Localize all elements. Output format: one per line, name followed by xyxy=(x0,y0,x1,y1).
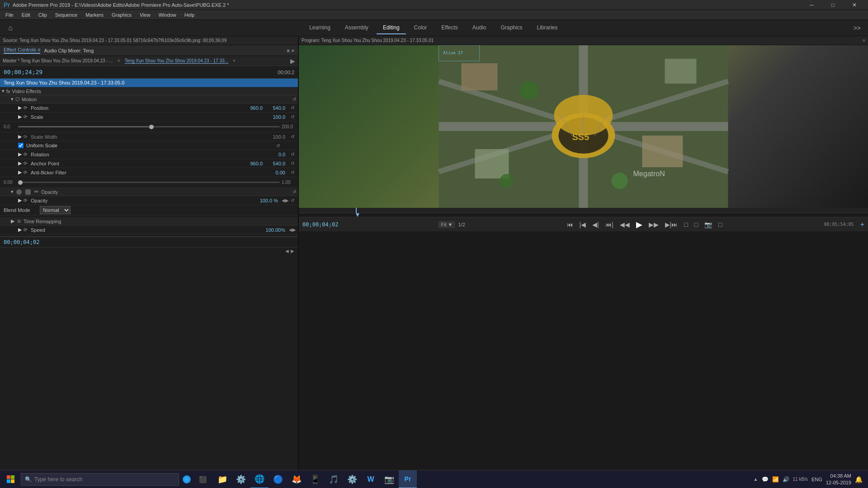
tab-audio[interactable]: Audio xyxy=(466,22,493,34)
program-more[interactable]: ≡ xyxy=(863,38,865,43)
go-to-in-btn[interactable]: ⏮| xyxy=(604,220,615,229)
scale-width-value[interactable]: 100.0 xyxy=(266,134,289,140)
taskbar-firefox[interactable]: 🦊 xyxy=(288,470,306,488)
video-effects-toggle[interactable]: ▾ xyxy=(2,88,5,94)
scale-value[interactable]: 100.0 xyxy=(266,114,289,120)
maximize-button[interactable]: □ xyxy=(823,0,843,10)
opacity-reset[interactable]: ↺ xyxy=(292,189,296,194)
uniform-scale-reset[interactable]: ↺ xyxy=(276,143,280,148)
rotation-toggle[interactable]: ▶ xyxy=(18,151,22,157)
opacity-next[interactable]: ▶ xyxy=(285,198,289,203)
position-toggle[interactable]: ▶ xyxy=(18,105,22,111)
tab-editing[interactable]: Editing xyxy=(377,22,406,34)
opacity-val-toggle[interactable]: ▶ xyxy=(18,197,22,203)
workspace-more[interactable]: >> xyxy=(850,23,864,33)
opacity-val-value[interactable]: 100.0 % xyxy=(259,198,282,203)
motion-reset[interactable]: ↺ xyxy=(292,97,296,102)
rotation-value[interactable]: 0.0 xyxy=(266,152,289,157)
play-btn[interactable]: ▶ xyxy=(634,219,644,230)
notifications-button[interactable]: 🔔 xyxy=(855,476,863,483)
menu-file[interactable]: File xyxy=(2,11,17,19)
anti-flicker-icon[interactable]: ⟳ xyxy=(24,170,27,175)
taskbar-word[interactable]: W xyxy=(362,470,380,488)
opacity-prev[interactable]: ◀ xyxy=(282,198,285,203)
tab-learning[interactable]: Learning xyxy=(303,22,337,34)
taskbar-pr[interactable]: Pr xyxy=(399,470,417,488)
speed-value[interactable]: 100.00% xyxy=(266,227,289,233)
home-button[interactable]: ⌂ xyxy=(4,21,17,35)
taskbar-settings[interactable]: ⚙️ xyxy=(232,470,250,488)
anchor-toggle[interactable]: ▶ xyxy=(18,160,22,166)
position-animate-icon[interactable]: ⟳ xyxy=(24,105,27,110)
opacity-val-reset[interactable]: ↺ xyxy=(289,198,296,203)
source-panel-more[interactable]: ≡ xyxy=(287,48,289,53)
menu-help[interactable]: Help xyxy=(181,11,198,19)
taskbar-phone[interactable]: 📱 xyxy=(306,470,324,488)
scale-width-icon[interactable]: ⟳ xyxy=(24,134,27,139)
trim-btn[interactable]: □ xyxy=(717,220,724,229)
opacity-toggle[interactable]: ▾ xyxy=(11,189,14,195)
clock[interactable]: 04:38 AM 12-05-2019 xyxy=(826,473,851,486)
scale-toggle[interactable]: ▶ xyxy=(18,114,22,120)
blend-mode-select[interactable]: Normal Dissolve Multiply Screen xyxy=(40,206,71,214)
speed-toggle[interactable]: ▶ xyxy=(18,227,22,233)
tab-assembly[interactable]: Assembly xyxy=(339,22,375,34)
tab-color[interactable]: Color xyxy=(408,22,434,34)
rotation-icon[interactable]: ⟳ xyxy=(24,152,27,157)
start-button[interactable] xyxy=(2,470,20,488)
scale-slider[interactable] xyxy=(18,126,280,127)
speed-next[interactable]: ▶ xyxy=(292,227,296,232)
scale-animate-icon[interactable]: ⟳ xyxy=(24,114,27,119)
cortana-button[interactable] xyxy=(180,473,193,486)
speed-prev[interactable]: ◀ xyxy=(289,227,292,232)
tab-effect-controls[interactable]: Effect Controls ≡ xyxy=(4,47,40,54)
time-remap-toggle[interactable]: ▶ xyxy=(11,218,14,224)
tab-audio-clip-mixer[interactable]: Audio Clip Mixer: Teng xyxy=(44,48,94,53)
anchor-x[interactable]: 960.0 xyxy=(244,161,266,166)
scale-width-reset[interactable]: ↺ xyxy=(289,134,296,139)
taskbar-chrome[interactable]: 🔵 xyxy=(269,470,287,488)
ec-scroll-left[interactable]: ◀ xyxy=(285,249,289,253)
mark-in-btn[interactable]: ⏮ xyxy=(565,220,575,229)
search-bar[interactable]: 🔍 Type here to search xyxy=(21,473,179,486)
position-reset[interactable]: ↺ xyxy=(289,105,296,110)
menu-edit[interactable]: Edit xyxy=(18,11,34,19)
menu-graphics[interactable]: Graphics xyxy=(108,11,135,19)
anti-flicker-toggle[interactable]: ▶ xyxy=(18,169,22,175)
anchor-y[interactable]: 540.0 xyxy=(266,161,289,166)
position-x[interactable]: 960.0 xyxy=(244,105,266,111)
taskbar-camera[interactable]: 📷 xyxy=(380,470,398,488)
anti-flicker-reset[interactable]: ↺ xyxy=(289,170,296,175)
rotation-reset[interactable]: ↺ xyxy=(289,152,296,157)
taskbar-music[interactable]: 🎵 xyxy=(325,470,343,488)
taskbar-edge[interactable]: 🌐 xyxy=(250,470,269,488)
task-view-button[interactable]: ⬛ xyxy=(194,470,211,488)
scale-reset[interactable]: ↺ xyxy=(289,114,296,119)
close-button[interactable]: ✕ xyxy=(844,0,864,10)
tab-graphics[interactable]: Graphics xyxy=(494,22,528,34)
rewind-btn[interactable]: ◀◀ xyxy=(618,220,632,229)
anti-flicker-slider[interactable] xyxy=(18,182,280,183)
step-back-btn[interactable]: |◀ xyxy=(578,220,588,229)
menu-window[interactable]: Window xyxy=(155,11,180,19)
minimize-button[interactable]: ─ xyxy=(802,0,822,10)
play-in-to-out-btn[interactable]: ◀| xyxy=(590,220,601,229)
tab-libraries[interactable]: Libraries xyxy=(530,22,564,34)
uniform-scale-checkbox[interactable] xyxy=(18,143,24,148)
program-ruler[interactable] xyxy=(299,208,868,213)
expand-icon[interactable]: ▶ xyxy=(290,57,295,65)
position-y[interactable]: 540.0 xyxy=(266,105,289,111)
add-button[interactable]: + xyxy=(860,221,864,229)
network-icon[interactable]: 📶 xyxy=(772,476,779,483)
tab-effects[interactable]: Effects xyxy=(435,22,464,34)
tray-expand[interactable]: ▲ xyxy=(754,477,758,482)
window-controls[interactable]: ─ □ ✕ xyxy=(802,0,864,10)
anchor-reset[interactable]: ↺ xyxy=(289,161,296,166)
menu-view[interactable]: View xyxy=(136,11,154,19)
source-panel-close[interactable]: × xyxy=(292,48,294,53)
speed-icon[interactable]: ⟳ xyxy=(24,227,27,232)
export-frame-btn[interactable]: 📷 xyxy=(703,220,714,229)
tray-chat[interactable]: 💬 xyxy=(762,476,769,483)
opacity-val-icon[interactable]: ⟳ xyxy=(24,198,27,203)
motion-toggle[interactable]: ▾ xyxy=(11,96,14,102)
